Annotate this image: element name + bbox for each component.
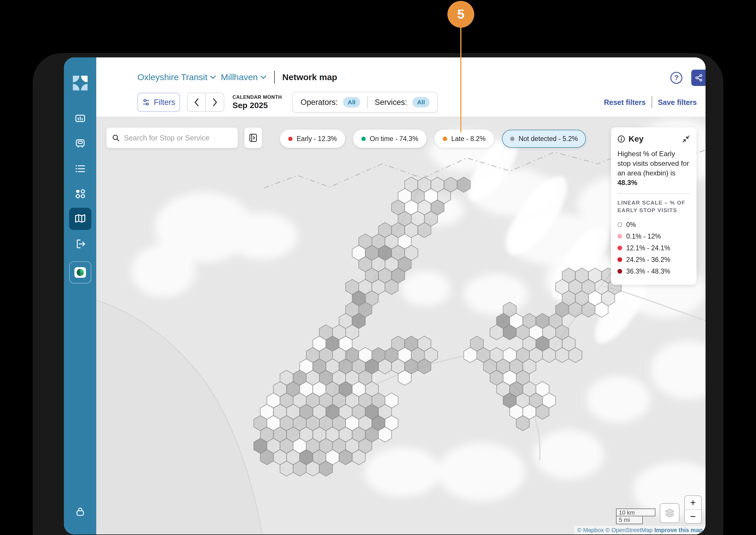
filter-links: Reset filters Save filters [604,97,697,108]
sidebar-item-lock[interactable] [69,501,91,523]
app-logo[interactable] [69,72,91,94]
sidebar-item-network-map[interactable] [69,208,91,230]
filters-button[interactable]: Filters [137,93,180,112]
reset-filters-link[interactable]: Reset filters [604,98,646,107]
key-legend: 0% 0.1% - 12% 12.1% - 24.1% 24.2% - 36.2… [618,219,690,277]
save-filters-link[interactable]: Save filters [658,98,697,107]
legend-item: 36.3% - 48.3% [618,266,690,277]
map-icon [74,213,86,225]
legend-swatch [618,269,622,274]
early-dot [288,137,292,141]
zoom-out-button[interactable]: − [685,510,701,523]
callout-step-badge: 5 [447,1,474,28]
legend-item: 0.1% - 12% [618,231,690,242]
org-selector[interactable]: Oxleyshire Transit [137,72,216,82]
region-selector[interactable]: Millhaven [221,72,267,82]
layers-button[interactable] [660,503,680,523]
chevron-down-icon [260,75,267,79]
bar-chart-icon [75,113,86,125]
chevron-right-icon [212,98,218,107]
legend-label: 0% [626,221,636,229]
chip-label: Late - 8.2% [451,135,486,143]
key-panel-title: Key [628,134,644,144]
status-chip-on-time[interactable]: On time - 74.3% [353,130,426,148]
operators-services-summary[interactable]: Operators: All Services: All [292,92,438,113]
hexbin-cell[interactable] [457,177,470,192]
org-name: Oxleyshire Transit [137,72,207,82]
sidebar-item-logout[interactable] [69,233,91,255]
status-chip-late[interactable]: Late - 8.2% [435,130,494,148]
zoom-in-button[interactable]: + [685,496,701,510]
scale-mi: 5 mi [616,516,643,524]
legend-swatch [618,234,622,239]
sidebar-item-dashboard[interactable] [69,107,91,130]
links-divider [651,97,652,108]
expand-panel-button[interactable] [244,127,262,148]
panel-expand-icon [249,133,257,143]
attribution-text[interactable]: © Mapbox © OpenStreetMap [577,527,653,534]
services-label: Services: [375,98,407,107]
filters-label: Filters [154,98,175,107]
collapse-icon [682,135,690,143]
key-divider [618,193,690,194]
status-chip-not-detected[interactable]: Not detected - 5.2% [502,130,586,148]
operators-label: Operators: [300,98,338,107]
legend-swatch [618,257,622,262]
legend-label: 24.2% - 36.2% [626,256,670,264]
sidebar-item-services-list[interactable] [69,158,91,180]
layers-icon [664,507,676,519]
search-input[interactable] [124,134,232,142]
question-icon: ? [670,71,683,84]
operators-value-badge: All [343,97,360,107]
logout-icon [75,238,86,250]
sidebar-item-partner-app[interactable] [69,261,91,284]
map-attribution: © Mapbox © OpenStreetMap Improve this ma… [574,526,706,534]
summary-divider [367,97,368,108]
search-icon [112,134,120,142]
vehicle-icon [75,138,86,150]
filters-bar: Filters CALENDAR MONTH Sep 2025 Operator… [137,92,697,113]
legend-swatch [618,246,622,250]
map-canvas[interactable]: Early - 12.3% On time - 74.3% Late - 8.2… [96,117,706,534]
app-window: Oxleyshire Transit Millhaven Network map… [64,57,706,534]
improve-map-link[interactable]: Improve this map [654,527,703,534]
help-button[interactable]: ? [670,71,683,84]
legend-label: 0.1% - 12% [626,233,661,240]
collapse-key-button[interactable] [682,135,690,143]
legend-label: 12.1% - 24.1% [626,244,670,252]
svg-text:?: ? [674,74,679,82]
scale-km: 10 km [616,509,655,516]
key-description-value: 48.3% [618,179,637,186]
chip-label: Early - 12.3% [297,135,337,143]
breadcrumb: Oxleyshire Transit Millhaven Network map [137,71,337,84]
calendar-month-value: Sep 2025 [232,101,282,110]
share-button[interactable]: Share [691,70,706,86]
legend-item: 24.2% - 36.2% [618,254,690,266]
chevron-down-icon [210,75,216,79]
previous-month-button[interactable] [188,93,206,111]
breadcrumb-divider [274,71,275,84]
status-chip-early[interactable]: Early - 12.3% [280,130,345,148]
sidebar [64,57,96,534]
sidebar-item-vehicles[interactable] [69,132,91,155]
status-chip-row: Early - 12.3% On time - 74.3% Late - 8.2… [280,130,586,148]
late-dot [443,137,447,141]
logo-icon [72,75,88,91]
search-box [106,127,238,148]
info-icon [618,135,625,143]
page-title: Network map [282,72,337,82]
legend-item: 0% [618,219,690,231]
key-description-text: Highest % of Early stop visits observed … [618,150,689,177]
next-month-button[interactable] [206,93,224,111]
key-description: Highest % of Early stop visits observed … [618,149,690,187]
calendar-month-block: CALENDAR MONTH Sep 2025 [232,95,282,110]
legend-swatch [618,222,622,227]
header: Oxleyshire Transit Millhaven Network map… [96,57,706,117]
legend-label: 36.3% - 48.3% [626,268,670,275]
key-panel: Key Highest % of Early stop visits obser… [611,127,697,285]
chip-label: Not detected - 5.2% [519,135,578,143]
linear-scale-label: LINEAR SCALE – % OF EARLY STOP VISITS [618,199,690,214]
sidebar-item-apps[interactable] [69,183,91,205]
share-icon [695,74,703,82]
chevron-left-icon [194,98,199,107]
